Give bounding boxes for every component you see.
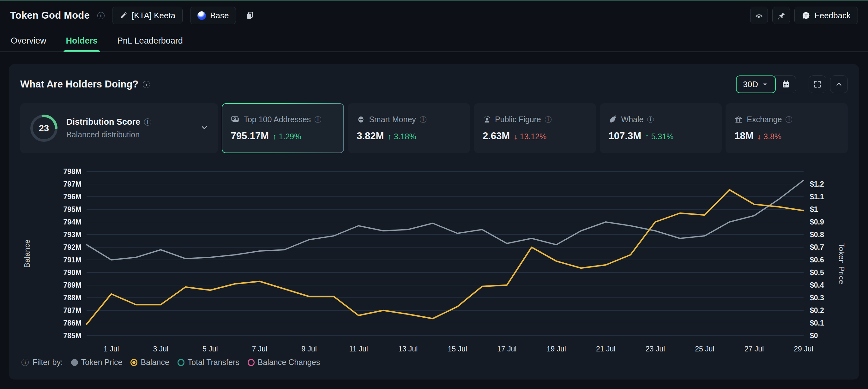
date-range-group: 30D xyxy=(736,75,796,93)
svg-text:$1.1: $1.1 xyxy=(810,193,824,201)
card-change: ↓ 13.12% xyxy=(514,132,547,141)
pencil-icon xyxy=(119,11,128,20)
svg-text:787M: 787M xyxy=(63,306,82,315)
card-value: 2.63M xyxy=(483,130,510,142)
svg-text:5 Jul: 5 Jul xyxy=(203,345,218,353)
whale-icon xyxy=(609,115,618,124)
svg-text:$1: $1 xyxy=(810,205,818,214)
info-icon[interactable]: i xyxy=(144,119,151,126)
eye-icon xyxy=(754,11,764,20)
card-whale[interactable]: Whale i 107.3M ↑ 5.31% xyxy=(600,103,722,153)
smart-money-icon xyxy=(356,115,365,124)
chain-select-button[interactable]: Base xyxy=(190,7,236,24)
card-public-figure[interactable]: Public Figure i 2.63M ↓ 13.12% xyxy=(474,103,596,153)
svg-text:788M: 788M xyxy=(63,294,82,302)
feedback-label: Feedback xyxy=(815,11,850,21)
public-figure-icon xyxy=(483,115,491,124)
svg-text:$0.3: $0.3 xyxy=(810,294,824,302)
svg-text:$1.2: $1.2 xyxy=(810,180,824,188)
info-icon[interactable]: i xyxy=(97,12,104,19)
panel-title: What Are Holders Doing? xyxy=(20,78,138,90)
svg-text:795M: 795M xyxy=(63,205,82,214)
svg-text:19 Jul: 19 Jul xyxy=(547,345,566,353)
balance-price-chart[interactable]: 798M797M796M795M794M793M792M791M790M789M… xyxy=(20,163,848,356)
collapse-panel-button[interactable] xyxy=(830,75,848,93)
svg-text:790M: 790M xyxy=(63,268,82,277)
card-change: ↑ 1.29% xyxy=(273,132,301,141)
svg-text:$0.6: $0.6 xyxy=(810,256,824,264)
card-smart-money[interactable]: Smart Money i 3.82M ↑ 3.18% xyxy=(348,103,470,153)
pin-button[interactable] xyxy=(772,7,790,24)
watchlist-button[interactable] xyxy=(750,7,768,24)
info-icon[interactable]: i xyxy=(785,116,792,123)
svg-text:27 Jul: 27 Jul xyxy=(744,345,764,353)
svg-text:793M: 793M xyxy=(63,230,82,239)
fullscreen-button[interactable] xyxy=(809,75,826,93)
svg-text:9 Jul: 9 Jul xyxy=(301,345,317,353)
date-range-dropdown[interactable]: 30D xyxy=(736,75,776,93)
distribution-score-card[interactable]: 23 Distribution Score i Balanced distrib… xyxy=(20,103,218,153)
svg-text:21 Jul: 21 Jul xyxy=(596,345,615,353)
filter-token-price[interactable]: Token Price xyxy=(71,358,123,367)
svg-text:$0.4: $0.4 xyxy=(810,281,824,289)
svg-text:$0.8: $0.8 xyxy=(810,230,824,239)
page-title: Token God Mode xyxy=(10,10,90,21)
svg-text:796M: 796M xyxy=(63,193,82,201)
distribution-score-value: 23 xyxy=(29,114,59,143)
svg-text:794M: 794M xyxy=(63,218,82,226)
svg-text:785M: 785M xyxy=(63,331,82,340)
chart-filter-row: i Filter by: Token Price Balance Total T… xyxy=(20,358,848,367)
svg-text:25 Jul: 25 Jul xyxy=(695,345,714,353)
filter-balance-changes[interactable]: Balance Changes xyxy=(248,358,320,367)
filter-balance[interactable]: Balance xyxy=(130,358,169,367)
svg-text:789M: 789M xyxy=(63,281,82,289)
card-value: 3.82M xyxy=(356,130,384,142)
svg-text:11 Jul: 11 Jul xyxy=(349,345,368,353)
banknote-icon xyxy=(230,115,240,124)
filter-total-transfers[interactable]: Total Transfers xyxy=(178,358,240,367)
chevron-down-icon[interactable] xyxy=(199,123,209,134)
svg-text:$0.1: $0.1 xyxy=(810,319,824,327)
svg-text:3 Jul: 3 Jul xyxy=(153,345,169,353)
svg-text:23 Jul: 23 Jul xyxy=(646,345,665,353)
tab-holders[interactable]: Holders xyxy=(65,30,98,52)
pin-icon xyxy=(777,11,785,20)
copy-address-button[interactable] xyxy=(244,9,256,22)
svg-text:786M: 786M xyxy=(63,319,82,327)
svg-text:791M: 791M xyxy=(63,256,82,264)
svg-text:798M: 798M xyxy=(63,167,82,175)
token-select-label: [KTA] Keeta xyxy=(132,11,175,21)
info-icon[interactable]: i xyxy=(545,116,552,123)
topbar: Token God Mode i [KTA] Keeta Base xyxy=(0,1,868,30)
svg-text:29 Jul: 29 Jul xyxy=(794,345,813,353)
info-icon[interactable]: i xyxy=(143,81,150,88)
card-exchange[interactable]: Exchange i 18M ↓ 3.8% xyxy=(725,103,848,153)
feedback-button[interactable]: Feedback xyxy=(795,7,858,24)
holders-panel: What Are Holders Doing? i 30D xyxy=(9,64,859,380)
svg-text:$0.9: $0.9 xyxy=(810,218,824,226)
svg-text:13 Jul: 13 Jul xyxy=(398,345,417,353)
svg-text:7 Jul: 7 Jul xyxy=(252,345,268,353)
filter-by-label: Filter by: xyxy=(33,358,63,367)
caret-down-icon xyxy=(761,80,769,88)
tab-overview[interactable]: Overview xyxy=(10,30,47,52)
card-change: ↑ 3.18% xyxy=(388,132,416,141)
distribution-score-title: Distribution Score xyxy=(66,117,140,127)
tab-pnl-leaderboard[interactable]: PnL Leaderboard xyxy=(117,30,184,52)
info-icon[interactable]: i xyxy=(420,116,427,123)
token-select-button[interactable]: [KTA] Keeta xyxy=(112,7,183,24)
fullscreen-icon xyxy=(813,80,822,89)
total-transfers-ring-icon xyxy=(178,359,184,366)
info-icon[interactable]: i xyxy=(647,116,654,123)
card-change: ↑ 5.31% xyxy=(645,132,674,141)
card-value: 18M xyxy=(734,130,753,142)
info-icon[interactable]: i xyxy=(315,116,321,123)
svg-text:$0.5: $0.5 xyxy=(810,268,824,277)
chevron-up-icon xyxy=(835,80,843,89)
svg-text:797M: 797M xyxy=(63,180,82,188)
tab-bar: Overview Holders PnL Leaderboard xyxy=(0,30,868,52)
card-top-100-addresses[interactable]: Top 100 Addresses i 795.17M ↑ 1.29% xyxy=(222,103,344,153)
info-icon[interactable]: i xyxy=(22,359,29,366)
svg-text:15 Jul: 15 Jul xyxy=(447,345,467,353)
svg-text:792M: 792M xyxy=(63,243,82,251)
